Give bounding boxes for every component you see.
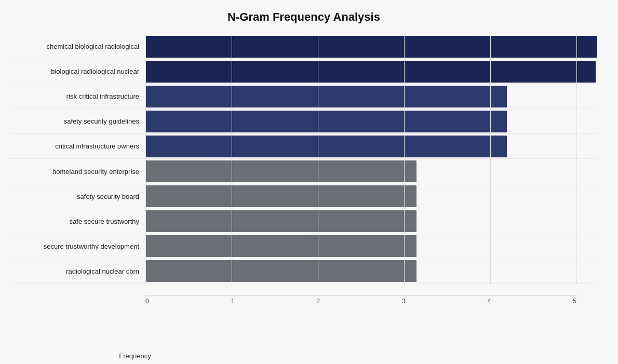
x-tick: 1 bbox=[231, 298, 235, 305]
bar-label: risk critical infrastructure bbox=[10, 92, 145, 100]
chart-area: chemical biological radiologicalbiologic… bbox=[10, 34, 597, 305]
x-tick: 3 bbox=[402, 298, 406, 305]
bar-fill bbox=[145, 235, 417, 257]
bar-row: chemical biological radiological bbox=[10, 34, 597, 59]
bar-track bbox=[145, 160, 597, 182]
bar-fill bbox=[145, 111, 507, 132]
x-axis: 012345 bbox=[145, 295, 576, 305]
bar-track bbox=[145, 61, 597, 83]
bar-track bbox=[145, 235, 597, 257]
x-tick: 5 bbox=[573, 298, 576, 305]
bar-row: critical infrastructure owners bbox=[10, 134, 597, 159]
bar-fill bbox=[145, 136, 507, 157]
bar-row: safe secure trustworthy bbox=[10, 209, 597, 234]
bar-row: biological radiological nuclear bbox=[10, 59, 597, 84]
bar-track bbox=[145, 111, 597, 132]
bar-row: secure trustworthy development bbox=[10, 234, 597, 259]
bar-track bbox=[145, 260, 597, 282]
bar-label: homeland security enterprise bbox=[10, 168, 145, 176]
chart-container: N-Gram Frequency Analysis chemical biolo… bbox=[0, 0, 618, 364]
bar-fill bbox=[145, 210, 417, 232]
bar-fill bbox=[145, 160, 417, 182]
bar-track bbox=[145, 210, 597, 232]
x-tick: 0 bbox=[145, 298, 149, 305]
x-tick: 4 bbox=[488, 298, 491, 305]
bar-label: radiological nuclear cbrn bbox=[10, 267, 145, 275]
bar-label: chemical biological radiological bbox=[10, 43, 145, 50]
bar-row: safety security guidelines bbox=[10, 109, 597, 134]
bar-row: safety security board bbox=[10, 184, 597, 209]
bar-fill bbox=[145, 86, 507, 107]
bar-row: risk critical infrastructure bbox=[10, 84, 597, 109]
bar-label: safety security guidelines bbox=[10, 117, 145, 125]
bar-fill bbox=[145, 36, 597, 58]
bar-label: secure trustworthy development bbox=[10, 242, 145, 250]
bar-track bbox=[145, 36, 597, 58]
chart-title: N-Gram Frequency Analysis bbox=[10, 10, 597, 24]
bar-label: critical infrastructure owners bbox=[10, 142, 145, 150]
x-axis-label: Frequency bbox=[0, 352, 366, 360]
bar-fill bbox=[145, 260, 417, 282]
bar-label: safety security board bbox=[10, 193, 145, 200]
bar-track bbox=[145, 185, 597, 207]
x-tick: 2 bbox=[316, 298, 320, 305]
bar-track bbox=[145, 86, 597, 107]
bar-label: biological radiological nuclear bbox=[10, 68, 145, 75]
bar-row: homeland security enterprise bbox=[10, 159, 597, 184]
bar-label: safe secure trustworthy bbox=[10, 218, 145, 225]
bar-row: radiological nuclear cbrn bbox=[10, 259, 597, 284]
bar-fill bbox=[145, 185, 417, 207]
bar-track bbox=[145, 136, 597, 157]
bar-fill bbox=[145, 61, 596, 83]
